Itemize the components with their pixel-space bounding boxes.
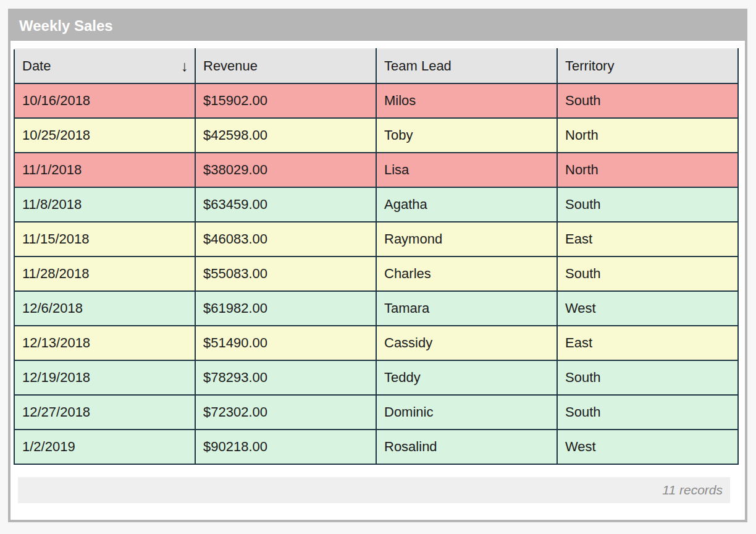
window-titlebar: Weekly Sales <box>10 11 745 41</box>
cell-date: 11/1/2018 <box>14 153 195 187</box>
table-row[interactable]: 11/1/2018$38029.00LisaNorth <box>14 153 738 187</box>
table-row[interactable]: 12/6/2018$61982.00TamaraWest <box>14 291 738 326</box>
table-row[interactable]: 10/25/2018$42598.00TobyNorth <box>14 118 738 153</box>
cell-revenue: $78293.00 <box>195 360 376 395</box>
cell-date: 11/28/2018 <box>14 256 195 291</box>
cell-revenue: $42598.00 <box>195 118 376 153</box>
cell-team-lead: Toby <box>376 118 557 153</box>
record-count: 11 records <box>662 483 723 497</box>
table-row[interactable]: 12/27/2018$72302.00DominicSouth <box>14 395 738 430</box>
cell-date: 12/19/2018 <box>14 360 195 395</box>
table-row[interactable]: 1/2/2019$90218.00RosalindWest <box>14 430 738 464</box>
cell-team-lead: Milos <box>376 83 557 118</box>
column-header-territory[interactable]: Territory <box>557 49 738 83</box>
cell-territory: East <box>557 222 738 256</box>
status-bar: 11 records <box>18 477 730 503</box>
column-header-team-lead[interactable]: Team Lead <box>376 49 557 83</box>
cell-territory: South <box>557 187 738 222</box>
cell-date: 10/16/2018 <box>14 83 195 118</box>
cell-team-lead: Teddy <box>376 360 557 395</box>
weekly-sales-table: Date ↓ Revenue Team Lead Territory 10/16… <box>14 48 739 465</box>
cell-team-lead: Agatha <box>376 187 557 222</box>
cell-team-lead: Rosalind <box>376 430 557 464</box>
cell-revenue: $51490.00 <box>195 326 376 360</box>
cell-territory: South <box>557 256 738 291</box>
table-row[interactable]: 10/16/2018$15902.00MilosSouth <box>14 83 738 118</box>
cell-territory: South <box>557 395 738 430</box>
cell-team-lead: Raymond <box>376 222 557 256</box>
column-header-date-label: Date <box>22 58 51 74</box>
cell-team-lead: Dominic <box>376 395 557 430</box>
cell-revenue: $38029.00 <box>195 153 376 187</box>
table-row[interactable]: 12/19/2018$78293.00TeddySouth <box>14 360 738 395</box>
table-container: Date ↓ Revenue Team Lead Territory 10/16… <box>10 41 745 503</box>
sort-descending-icon: ↓ <box>181 57 188 75</box>
cell-territory: West <box>557 291 738 326</box>
cell-revenue: $46083.00 <box>195 222 376 256</box>
cell-date: 12/27/2018 <box>14 395 195 430</box>
cell-date: 12/6/2018 <box>14 291 195 326</box>
cell-revenue: $55083.00 <box>195 256 376 291</box>
cell-revenue: $63459.00 <box>195 187 376 222</box>
sales-window: Weekly Sales Date ↓ Revenue Team Lead <box>8 9 747 522</box>
cell-revenue: $72302.00 <box>195 395 376 430</box>
header-row: Date ↓ Revenue Team Lead Territory <box>14 49 738 83</box>
cell-team-lead: Cassidy <box>376 326 557 360</box>
cell-date: 12/13/2018 <box>14 326 195 360</box>
cell-team-lead: Tamara <box>376 291 557 326</box>
column-header-date[interactable]: Date ↓ <box>14 49 195 83</box>
table-row[interactable]: 12/13/2018$51490.00CassidyEast <box>14 326 738 360</box>
cell-team-lead: Charles <box>376 256 557 291</box>
table-row[interactable]: 11/15/2018$46083.00RaymondEast <box>14 222 738 256</box>
cell-revenue: $61982.00 <box>195 291 376 326</box>
cell-territory: South <box>557 360 738 395</box>
cell-date: 10/25/2018 <box>14 118 195 153</box>
table-row[interactable]: 11/28/2018$55083.00CharlesSouth <box>14 256 738 291</box>
column-header-territory-label: Territory <box>565 58 614 74</box>
cell-territory: North <box>557 118 738 153</box>
cell-date: 11/15/2018 <box>14 222 195 256</box>
cell-revenue: $15902.00 <box>195 83 376 118</box>
table-body: 10/16/2018$15902.00MilosSouth10/25/2018$… <box>14 83 738 464</box>
cell-team-lead: Lisa <box>376 153 557 187</box>
cell-territory: West <box>557 430 738 464</box>
cell-territory: North <box>557 153 738 187</box>
cell-date: 1/2/2019 <box>14 430 195 464</box>
column-header-revenue[interactable]: Revenue <box>195 49 376 83</box>
table-row[interactable]: 11/8/2018$63459.00AgathaSouth <box>14 187 738 222</box>
window-title: Weekly Sales <box>19 17 113 35</box>
cell-revenue: $90218.00 <box>195 430 376 464</box>
column-header-revenue-label: Revenue <box>203 58 258 74</box>
cell-date: 11/8/2018 <box>14 187 195 222</box>
cell-territory: South <box>557 83 738 118</box>
cell-territory: East <box>557 326 738 360</box>
column-header-team-lead-label: Team Lead <box>384 58 452 74</box>
